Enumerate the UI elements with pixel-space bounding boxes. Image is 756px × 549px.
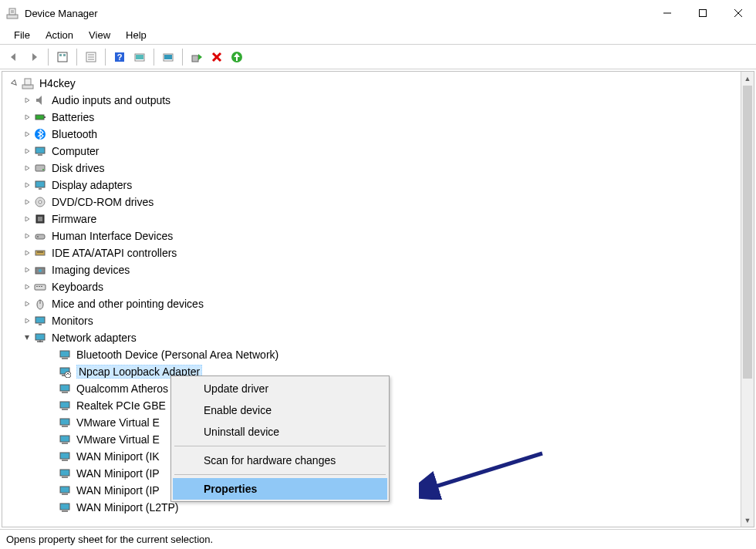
scroll-down-icon[interactable]: ▼ (741, 514, 754, 527)
svg-rect-48 (41, 286, 42, 287)
tree-category-label: Computer (52, 145, 99, 157)
network-adapter-icon (58, 365, 72, 379)
tree-category-label: Keyboards (52, 281, 103, 293)
device-tree[interactable]: H4ckey Audio inputs and outputsBatteries… (2, 72, 741, 527)
enable-device-button[interactable] (187, 48, 206, 66)
close-button[interactable] (721, 1, 756, 25)
expander-icon[interactable] (21, 113, 33, 121)
tree-category[interactable]: Keyboards (2, 278, 741, 295)
tree-category[interactable]: IDE ATA/ATAPI controllers (2, 244, 741, 261)
menu-view[interactable]: View (81, 28, 118, 42)
svg-rect-20 (192, 56, 198, 62)
svg-rect-26 (35, 115, 44, 120)
tree-category[interactable]: Bluetooth (2, 126, 741, 143)
tree-category-label: Firmware (52, 213, 96, 225)
context-menu: Update driver Enable device Uninstall de… (170, 376, 390, 502)
ide-icon (33, 246, 47, 260)
tree-category[interactable]: Firmware (2, 211, 741, 227)
tree-category[interactable]: Batteries (2, 109, 741, 126)
svg-rect-62 (62, 392, 68, 393)
svg-text:?: ? (117, 52, 123, 62)
tree-category[interactable]: Monitors (2, 312, 741, 329)
tree-category[interactable]: Display adapters (2, 177, 741, 194)
expander-icon[interactable] (21, 232, 33, 240)
add-hardware-button[interactable] (228, 48, 246, 66)
expander-icon[interactable] (21, 181, 33, 189)
svg-rect-69 (60, 453, 69, 459)
tree-device-label: Realtek PCIe GBE (76, 399, 166, 412)
tree-category-label: Display adapters (52, 179, 132, 191)
tree-device[interactable]: Bluetooth Device (Personal Area Network) (2, 346, 741, 363)
show-hidden-button[interactable] (53, 48, 72, 66)
expander-icon[interactable] (21, 164, 33, 172)
uninstall-button[interactable] (208, 48, 226, 66)
help-button[interactable]: ? (110, 48, 129, 66)
tree-category[interactable]: Network adapters (2, 329, 741, 346)
scan-hardware-button[interactable] (130, 48, 149, 66)
ctx-update-driver[interactable]: Update driver (173, 378, 387, 399)
computer-icon (33, 144, 47, 158)
battery-icon (33, 110, 47, 124)
ctx-properties[interactable]: Properties (173, 478, 387, 500)
properties-button[interactable] (82, 48, 100, 66)
ctx-scan-hardware[interactable]: Scan for hardware changes (173, 450, 387, 471)
scrollbar[interactable]: ▲ ▼ (741, 72, 754, 527)
hid-icon (33, 229, 47, 243)
scroll-up-icon[interactable]: ▲ (741, 72, 754, 85)
expander-icon[interactable] (21, 249, 33, 257)
network-adapter-icon (58, 450, 72, 463)
forward-button[interactable] (25, 48, 43, 66)
firmware-icon (33, 212, 47, 226)
tree-category[interactable]: Human Interface Devices (2, 227, 741, 244)
svg-rect-56 (60, 351, 69, 357)
svg-rect-39 (35, 234, 45, 239)
maximize-button[interactable] (685, 1, 721, 25)
tree-root[interactable]: H4ckey (2, 75, 741, 92)
tree-category[interactable]: DVD/CD-ROM drives (2, 194, 741, 211)
expander-icon[interactable] (21, 317, 33, 325)
svg-rect-74 (62, 493, 68, 495)
update-driver-button[interactable] (159, 48, 177, 66)
ctx-enable-device[interactable]: Enable device (173, 399, 387, 421)
minimize-button[interactable] (650, 1, 685, 25)
content-area: H4ckey Audio inputs and outputsBatteries… (2, 71, 754, 527)
tree-category[interactable]: Computer (2, 143, 741, 160)
menu-help[interactable]: Help (118, 28, 154, 42)
expander-icon[interactable] (21, 96, 33, 104)
tree-category[interactable]: Audio inputs and outputs (2, 92, 741, 109)
menu-action[interactable]: Action (38, 28, 81, 42)
tree-category[interactable]: Imaging devices (2, 261, 741, 278)
ctx-uninstall-device[interactable]: Uninstall device (173, 421, 387, 443)
tree-category-label: DVD/CD-ROM drives (52, 196, 154, 208)
expander-icon[interactable] (21, 215, 33, 223)
expander-icon[interactable] (21, 300, 33, 308)
expander-icon[interactable] (21, 266, 33, 274)
svg-rect-46 (36, 286, 38, 287)
tree-category-label: Mice and other pointing devices (52, 298, 204, 310)
tree-device-label: WAN Miniport (IK (76, 450, 160, 463)
scrollbar-thumb[interactable] (743, 86, 752, 379)
tree-root-label: H4ckey (39, 77, 76, 89)
tree-device-label: Bluetooth Device (Personal Area Network) (76, 349, 278, 361)
expander-icon[interactable] (21, 130, 33, 138)
tree-category[interactable]: Disk drives (2, 160, 741, 177)
svg-rect-52 (39, 324, 42, 325)
network-adapter-icon (58, 348, 72, 362)
menu-file[interactable]: File (6, 28, 38, 42)
toolbar-separator (48, 49, 49, 66)
tree-device-label: Qualcomm Atheros (76, 382, 168, 395)
expander-icon[interactable] (21, 283, 33, 291)
tree-category-label: Monitors (52, 315, 93, 327)
expander-icon[interactable] (21, 147, 33, 155)
tree-category-label: Batteries (52, 111, 94, 123)
network-adapter-icon (58, 433, 72, 446)
ctx-separator (174, 446, 386, 446)
svg-rect-47 (39, 286, 40, 287)
expander-icon[interactable] (8, 79, 21, 87)
expander-icon[interactable] (21, 198, 33, 206)
expander-icon[interactable] (21, 334, 33, 342)
svg-rect-70 (62, 460, 68, 461)
tree-category[interactable]: Mice and other pointing devices (2, 295, 741, 312)
network-adapter-icon (58, 382, 72, 396)
back-button[interactable] (5, 48, 23, 66)
